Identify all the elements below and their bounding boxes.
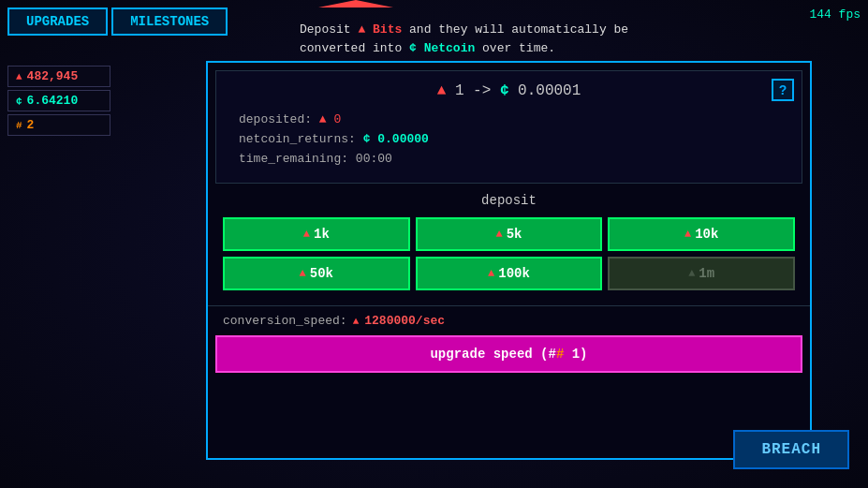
conv-speed-bits-icon: ▲ — [353, 316, 360, 327]
upgrade-speed-proc-icon: # — [556, 347, 564, 362]
deposit-100k-button[interactable]: ▲ 100k — [416, 257, 603, 290]
desc-netcoin-icon: ¢ — [409, 41, 424, 55]
rate-from-value: 1 — [455, 82, 473, 99]
deposit-section: deposit ▲ 1k ▲ 5k ▲ 10k ▲ 50k ▲ 100k — [208, 184, 810, 305]
desc-netcoin-label: Netcoin — [424, 41, 476, 55]
deposit-5k-button[interactable]: ▲ 5k — [416, 217, 603, 251]
deposit-1k-icon: ▲ — [303, 228, 310, 241]
netcoin-stat-row: ¢ 6.64210 — [7, 90, 110, 111]
top-nav: Upgrades Milestones — [7, 7, 228, 36]
deposit-1k-label: 1k — [314, 227, 330, 242]
desc-converted: converted into — [300, 41, 402, 55]
deposited-value: 0 — [333, 112, 341, 126]
time-remaining-value: 00:00 — [356, 152, 392, 166]
deposit-1m-button[interactable]: ▲ 1m — [608, 257, 795, 290]
desc-line1b: and they will automatically be — [409, 22, 628, 37]
proc-icon: # — [16, 120, 22, 131]
deposit-1m-icon: ▲ — [688, 267, 695, 280]
rate-netcoin-icon: ¢ — [500, 82, 509, 99]
upgrade-speed-label-end: ) — [580, 347, 587, 362]
stats-panel: ▲ 482,945 ¢ 6.64210 # 2 — [7, 66, 110, 136]
bits-value: 482,945 — [27, 69, 79, 83]
desc-bits-icon: ▲ — [358, 22, 373, 37]
rate-to-value: 0.00001 — [518, 82, 581, 99]
deposited-icon: ▲ — [319, 112, 334, 126]
rate-bits-icon: ▲ — [437, 82, 447, 99]
upgrade-speed-button[interactable]: upgrade speed (## 1) — [215, 335, 802, 373]
fps-counter: 144 fps — [809, 7, 861, 22]
deposit-label: deposit — [223, 193, 795, 208]
netcoin-returns-line: netcoin_returns: ¢ 0.00000 — [231, 132, 787, 146]
rate-arrow: -> — [473, 82, 491, 99]
upgrade-speed-label-part1: upgrade speed (# — [430, 347, 555, 362]
deposited-line: deposited: ▲ 0 — [231, 112, 787, 126]
time-remaining-label: time_remaining: — [239, 152, 348, 166]
proc-stat-row: # 2 — [7, 114, 110, 136]
deposit-50k-button[interactable]: ▲ 50k — [223, 257, 410, 290]
deposit-1k-button[interactable]: ▲ 1k — [223, 217, 410, 251]
help-button[interactable]: ? — [772, 79, 794, 101]
netcoin-icon: ¢ — [16, 96, 22, 107]
conversion-speed-row: conversion_speed: ▲ 1280000/sec — [208, 305, 810, 335]
deposit-100k-icon: ▲ — [488, 267, 494, 280]
netcoin-returns-value: 0.00000 — [377, 132, 429, 146]
deposited-label: deposited: — [239, 112, 312, 126]
main-panel: ? ▲ 1 -> ¢ 0.00001 deposited: ▲ 0 netcoi… — [206, 61, 812, 460]
deposit-5k-icon: ▲ — [495, 228, 502, 241]
deposit-grid: ▲ 1k ▲ 5k ▲ 10k ▲ 50k ▲ 100k ▲ 1m — [223, 217, 795, 290]
deposit-5k-label: 5k — [507, 227, 522, 242]
bits-stat-row: ▲ 482,945 — [7, 66, 110, 87]
deposit-10k-icon: ▲ — [684, 228, 691, 241]
conv-speed-label: conversion_speed: — [223, 314, 347, 328]
desc-line2b: over time. — [482, 41, 555, 55]
desc-bits-label: Bits — [373, 22, 402, 37]
upgrade-speed-cost: 1 — [572, 347, 580, 362]
time-remaining-line: time_remaining: 00:00 — [231, 152, 787, 166]
deposit-10k-button[interactable]: ▲ 10k — [608, 217, 795, 251]
deposit-1m-label: 1m — [699, 266, 714, 281]
desc-deposit: Deposit — [300, 22, 351, 37]
upgrades-button[interactable]: Upgrades — [7, 7, 108, 36]
conv-speed-value: 1280000/sec — [364, 314, 445, 328]
netcoin-value: 6.64210 — [27, 94, 79, 108]
conversion-rate-display: ▲ 1 -> ¢ 0.00001 — [231, 82, 787, 99]
netcoin-returns-icon: ¢ — [363, 132, 378, 146]
conversion-area: ? ▲ 1 -> ¢ 0.00001 deposited: ▲ 0 netcoi… — [215, 70, 802, 184]
breach-button[interactable]: Breach — [733, 430, 849, 469]
deposit-100k-label: 100k — [498, 266, 530, 281]
proc-value: 2 — [27, 118, 35, 132]
milestones-button[interactable]: Milestones — [111, 7, 228, 36]
deposit-50k-icon: ▲ — [300, 267, 306, 280]
deposit-50k-label: 50k — [310, 266, 333, 281]
deposit-10k-label: 10k — [695, 227, 718, 242]
netcoin-returns-label: netcoin_returns: — [239, 132, 356, 146]
bits-icon: ▲ — [16, 71, 22, 82]
